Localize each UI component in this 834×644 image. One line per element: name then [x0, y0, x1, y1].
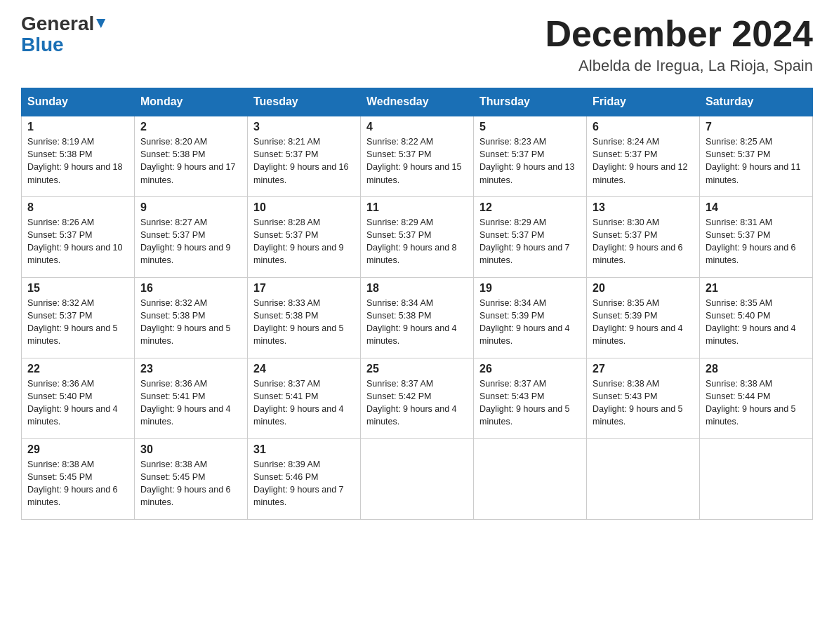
logo: General Blue: [21, 14, 105, 55]
calendar-cell: 16Sunrise: 8:32 AMSunset: 5:38 PMDayligh…: [135, 277, 248, 358]
location-subtitle: Albelda de Iregua, La Rioja, Spain: [545, 57, 813, 75]
day-info: Sunrise: 8:28 AMSunset: 5:37 PMDaylight:…: [253, 217, 344, 265]
calendar-cell: 1Sunrise: 8:19 AMSunset: 5:38 PMDaylight…: [22, 116, 135, 196]
calendar-cell: 13Sunrise: 8:30 AMSunset: 5:37 PMDayligh…: [587, 196, 700, 277]
day-info: Sunrise: 8:34 AMSunset: 5:39 PMDaylight:…: [479, 298, 570, 346]
calendar-cell: 30Sunrise: 8:38 AMSunset: 5:45 PMDayligh…: [135, 438, 248, 519]
day-number: 8: [27, 201, 128, 214]
day-number: 13: [593, 201, 694, 214]
weekday-header-row: SundayMondayTuesdayWednesdayThursdayFrid…: [22, 88, 813, 116]
calendar-cell: [700, 438, 813, 519]
day-number: 3: [253, 121, 355, 133]
calendar-week-row: 8Sunrise: 8:26 AMSunset: 5:37 PMDaylight…: [22, 196, 813, 277]
day-info: Sunrise: 8:35 AMSunset: 5:40 PMDaylight:…: [706, 298, 796, 346]
day-number: 24: [253, 363, 355, 375]
weekday-header-sunday: Sunday: [22, 88, 135, 116]
day-number: 16: [140, 282, 241, 295]
day-info: Sunrise: 8:37 AMSunset: 5:43 PMDaylight:…: [479, 379, 570, 427]
calendar-cell: 15Sunrise: 8:32 AMSunset: 5:37 PMDayligh…: [22, 277, 135, 358]
weekday-header-saturday: Saturday: [700, 88, 813, 116]
month-title: December 2024: [545, 14, 813, 54]
day-info: Sunrise: 8:22 AMSunset: 5:37 PMDaylight:…: [366, 137, 462, 185]
day-number: 23: [140, 363, 241, 375]
day-number: 2: [140, 121, 241, 133]
day-number: 26: [479, 363, 581, 375]
calendar-cell: 12Sunrise: 8:29 AMSunset: 5:37 PMDayligh…: [474, 196, 587, 277]
day-info: Sunrise: 8:37 AMSunset: 5:41 PMDaylight:…: [253, 379, 344, 427]
day-number: 25: [366, 363, 468, 375]
calendar-cell: 4Sunrise: 8:22 AMSunset: 5:37 PMDaylight…: [361, 116, 474, 196]
day-info: Sunrise: 8:24 AMSunset: 5:37 PMDaylight:…: [593, 137, 688, 185]
calendar-cell: [474, 438, 587, 519]
calendar-cell: 24Sunrise: 8:37 AMSunset: 5:41 PMDayligh…: [248, 358, 361, 438]
day-info: Sunrise: 8:31 AMSunset: 5:37 PMDaylight:…: [706, 217, 796, 265]
calendar-week-row: 29Sunrise: 8:38 AMSunset: 5:45 PMDayligh…: [22, 438, 813, 519]
day-number: 29: [27, 443, 128, 456]
calendar-header: SundayMondayTuesdayWednesdayThursdayFrid…: [22, 88, 813, 116]
day-number: 20: [593, 282, 694, 295]
weekday-header-wednesday: Wednesday: [361, 88, 474, 116]
calendar-cell: 5Sunrise: 8:23 AMSunset: 5:37 PMDaylight…: [474, 116, 587, 196]
calendar-cell: 27Sunrise: 8:38 AMSunset: 5:43 PMDayligh…: [587, 358, 700, 438]
day-number: 11: [366, 201, 468, 214]
calendar-cell: 2Sunrise: 8:20 AMSunset: 5:38 PMDaylight…: [135, 116, 248, 196]
calendar-table: SundayMondayTuesdayWednesdayThursdayFrid…: [21, 88, 813, 520]
calendar-cell: 31Sunrise: 8:39 AMSunset: 5:46 PMDayligh…: [248, 438, 361, 519]
day-number: 4: [366, 121, 468, 133]
logo-blue-text: Blue: [21, 35, 64, 55]
day-info: Sunrise: 8:19 AMSunset: 5:38 PMDaylight:…: [27, 137, 123, 185]
day-number: 15: [27, 282, 128, 295]
day-info: Sunrise: 8:38 AMSunset: 5:43 PMDaylight:…: [593, 379, 683, 427]
day-info: Sunrise: 8:34 AMSunset: 5:38 PMDaylight:…: [366, 298, 457, 346]
day-info: Sunrise: 8:32 AMSunset: 5:37 PMDaylight:…: [27, 298, 118, 346]
day-number: 12: [479, 201, 581, 214]
day-number: 10: [253, 201, 355, 214]
title-area: December 2024 Albelda de Iregua, La Rioj…: [545, 14, 813, 75]
day-info: Sunrise: 8:27 AMSunset: 5:37 PMDaylight:…: [140, 217, 231, 265]
day-number: 18: [366, 282, 468, 295]
weekday-header-friday: Friday: [587, 88, 700, 116]
day-number: 19: [479, 282, 581, 295]
day-info: Sunrise: 8:37 AMSunset: 5:42 PMDaylight:…: [366, 379, 457, 427]
day-info: Sunrise: 8:38 AMSunset: 5:45 PMDaylight:…: [140, 459, 231, 507]
day-number: 9: [140, 201, 241, 214]
day-number: 17: [253, 282, 355, 295]
calendar-cell: 28Sunrise: 8:38 AMSunset: 5:44 PMDayligh…: [700, 358, 813, 438]
day-info: Sunrise: 8:29 AMSunset: 5:37 PMDaylight:…: [479, 217, 570, 265]
day-number: 1: [27, 121, 128, 133]
day-info: Sunrise: 8:25 AMSunset: 5:37 PMDaylight:…: [706, 137, 801, 185]
calendar-cell: 20Sunrise: 8:35 AMSunset: 5:39 PMDayligh…: [587, 277, 700, 358]
calendar-cell: [361, 438, 474, 519]
page-header: General Blue December 2024 Albelda de Ir…: [21, 14, 813, 75]
day-info: Sunrise: 8:39 AMSunset: 5:46 PMDaylight:…: [253, 459, 344, 507]
calendar-cell: 18Sunrise: 8:34 AMSunset: 5:38 PMDayligh…: [361, 277, 474, 358]
weekday-header-thursday: Thursday: [474, 88, 587, 116]
day-info: Sunrise: 8:23 AMSunset: 5:37 PMDaylight:…: [479, 137, 575, 185]
day-info: Sunrise: 8:36 AMSunset: 5:41 PMDaylight:…: [140, 379, 231, 427]
calendar-cell: 23Sunrise: 8:36 AMSunset: 5:41 PMDayligh…: [135, 358, 248, 438]
day-number: 27: [593, 363, 694, 375]
calendar-cell: 25Sunrise: 8:37 AMSunset: 5:42 PMDayligh…: [361, 358, 474, 438]
day-info: Sunrise: 8:36 AMSunset: 5:40 PMDaylight:…: [27, 379, 118, 427]
calendar-cell: [587, 438, 700, 519]
calendar-body: 1Sunrise: 8:19 AMSunset: 5:38 PMDaylight…: [22, 116, 813, 519]
calendar-cell: 7Sunrise: 8:25 AMSunset: 5:37 PMDaylight…: [700, 116, 813, 196]
calendar-cell: 11Sunrise: 8:29 AMSunset: 5:37 PMDayligh…: [361, 196, 474, 277]
calendar-cell: 22Sunrise: 8:36 AMSunset: 5:40 PMDayligh…: [22, 358, 135, 438]
weekday-header-monday: Monday: [135, 88, 248, 116]
day-info: Sunrise: 8:35 AMSunset: 5:39 PMDaylight:…: [593, 298, 683, 346]
day-info: Sunrise: 8:21 AMSunset: 5:37 PMDaylight:…: [253, 137, 349, 185]
calendar-week-row: 22Sunrise: 8:36 AMSunset: 5:40 PMDayligh…: [22, 358, 813, 438]
calendar-cell: 26Sunrise: 8:37 AMSunset: 5:43 PMDayligh…: [474, 358, 587, 438]
day-number: 28: [706, 363, 807, 375]
calendar-cell: 6Sunrise: 8:24 AMSunset: 5:37 PMDaylight…: [587, 116, 700, 196]
calendar-cell: 21Sunrise: 8:35 AMSunset: 5:40 PMDayligh…: [700, 277, 813, 358]
calendar-week-row: 1Sunrise: 8:19 AMSunset: 5:38 PMDaylight…: [22, 116, 813, 196]
day-number: 14: [706, 201, 807, 214]
calendar-cell: 8Sunrise: 8:26 AMSunset: 5:37 PMDaylight…: [22, 196, 135, 277]
day-info: Sunrise: 8:26 AMSunset: 5:37 PMDaylight:…: [27, 217, 123, 265]
day-number: 5: [479, 121, 581, 133]
day-info: Sunrise: 8:32 AMSunset: 5:38 PMDaylight:…: [140, 298, 231, 346]
day-info: Sunrise: 8:29 AMSunset: 5:37 PMDaylight:…: [366, 217, 457, 265]
day-number: 7: [706, 121, 807, 133]
